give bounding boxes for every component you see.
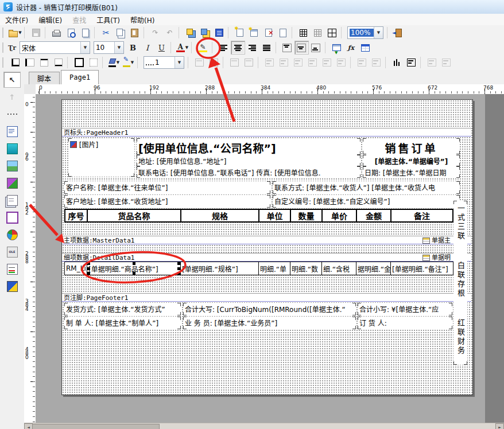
scroll-left-icon[interactable]: ◄ <box>24 423 33 429</box>
scroll-right-icon[interactable]: ► <box>495 423 504 429</box>
dropdown-arrow-icon[interactable]: ▼ <box>117 60 119 65</box>
insert-subband-button[interactable] <box>242 56 256 69</box>
show-grid-button[interactable] <box>296 26 311 40</box>
line-width-dropdown-icon[interactable]: ▼ <box>175 57 184 68</box>
border-top-button[interactable] <box>37 56 51 69</box>
align-justify-button[interactable] <box>259 41 274 54</box>
total-digits-field[interactable]: 合计小写: ¥[单据主体.“应 <box>358 303 452 315</box>
exit-button[interactable] <box>391 26 406 40</box>
border-outline-button[interactable] <box>8 56 22 69</box>
dropdown-arrow-icon[interactable]: ▼ <box>131 60 134 65</box>
dropdown-arrow-icon[interactable]: ▼ <box>185 45 188 50</box>
align-v-centers-button[interactable] <box>320 56 334 69</box>
valign-top-button[interactable] <box>280 41 294 54</box>
ole-tool[interactable]: OLE <box>3 244 21 260</box>
picture-box[interactable]: [图片] <box>68 138 134 177</box>
detail-cell-note[interactable]: [单据明细.“备注”] <box>390 262 453 275</box>
font-size-combo[interactable]: 10 ▼ <box>94 41 124 54</box>
page-header-band-strip[interactable]: 页标头:PageHeader1 <box>62 128 471 136</box>
page-footer-band-strip[interactable]: 页注脚:PageFooter1 <box>62 293 471 302</box>
italic-button[interactable]: I <box>140 41 154 54</box>
same-size-button[interactable] <box>390 56 404 69</box>
order-title-label[interactable]: 销售订单 <box>363 138 460 154</box>
blank-page-button[interactable] <box>276 26 290 40</box>
space-horizontal-button[interactable] <box>355 56 369 69</box>
company-name-field[interactable]: [使用单位信息.“公司名称”] <box>137 138 360 155</box>
master-data-band-strip[interactable]: 主项数据:MasterData1 单据主 <box>62 236 471 244</box>
salesman-field[interactable]: 业 务 员: [单据主体.“业务员”] <box>183 317 356 329</box>
send-to-back-button[interactable] <box>197 26 212 40</box>
border-none-button[interactable] <box>86 56 100 69</box>
valign-middle-button[interactable] <box>294 41 309 54</box>
cut-button[interactable]: ✂ <box>99 26 113 40</box>
customer-name-field[interactable]: 客户名称: [单据主体.“往来单位”] <box>64 181 270 194</box>
picture-tool[interactable] <box>3 158 21 174</box>
print-setup-button[interactable] <box>78 26 92 40</box>
save-button[interactable] <box>29 26 43 40</box>
line-width-combo[interactable]: 1 ▼ <box>144 56 184 69</box>
order-number-field[interactable]: [单据主体.“单据编号”] <box>363 155 460 166</box>
open-button[interactable]: ▼ <box>8 26 22 40</box>
fill-color-button[interactable]: ▼ <box>107 56 121 69</box>
detail-cell-qty[interactable]: 明细.“数 <box>290 262 322 275</box>
shape-tool[interactable] <box>3 175 21 191</box>
new-page-button[interactable] <box>247 26 261 40</box>
print-preview-button[interactable] <box>64 26 78 40</box>
page-columns-button[interactable] <box>325 26 339 40</box>
line-color-button[interactable]: ▼ <box>121 56 135 69</box>
add-subband-button[interactable] <box>207 56 221 69</box>
maker-field[interactable]: 制 单 人: [单据主体.“制单人”] <box>64 317 181 329</box>
menu-find[interactable]: 查找 <box>67 14 91 26</box>
align-top-edges-button[interactable] <box>305 56 320 69</box>
space-vertical-button[interactable] <box>369 56 383 69</box>
add-band-button[interactable] <box>192 56 207 69</box>
font-size-dropdown-icon[interactable]: ▼ <box>114 42 123 53</box>
bring-to-front-button[interactable] <box>183 26 197 40</box>
contact-field[interactable]: 联系方式: [单据主体.“收货人”] [单据主体.“收货人电 <box>273 181 460 194</box>
bold-button[interactable]: B <box>126 41 140 54</box>
insert-datafield-button[interactable] <box>329 41 344 54</box>
report-page[interactable]: 页标头:PageHeader1 主项数据:MasterData1 单据主 细项数… <box>61 99 473 395</box>
font-name-dropdown-icon[interactable]: ▼ <box>80 42 90 53</box>
align-bottom-edges-button[interactable] <box>334 56 348 69</box>
tab-page1[interactable]: Page1 <box>61 70 99 85</box>
customer-address-field[interactable]: 客户地址: [单据主体.“收货地址”] <box>64 195 270 208</box>
horizontal-scrollbar[interactable]: ◄ ► <box>24 423 504 429</box>
menu-help[interactable]: 帮助(H) <box>125 14 160 26</box>
richtext-tool[interactable] <box>3 261 21 277</box>
date-field[interactable]: 日期: [单据主体.“单据日期 <box>363 166 460 178</box>
expression-tool[interactable] <box>3 141 21 157</box>
redo-button[interactable]: ↷ <box>148 26 162 40</box>
header-col-unit[interactable]: 单位 <box>258 209 291 223</box>
font-color-button[interactable]: A▼ <box>175 41 189 54</box>
band-tool[interactable] <box>3 106 21 122</box>
zoom-dropdown-icon[interactable]: ▼ <box>374 27 383 38</box>
underline-button[interactable]: U <box>154 41 169 54</box>
header-col-seq[interactable]: 序号 <box>64 209 88 223</box>
ship-method-field[interactable]: 发货方式: [单据主体.“发货方式” <box>64 303 181 315</box>
fit-size-button[interactable] <box>404 56 418 69</box>
chart-tool[interactable] <box>3 227 21 243</box>
border-bottom-button[interactable] <box>51 56 65 69</box>
total-words-field[interactable]: 合计大写: [CurrToBigNum([RMRound([单据主体.“ <box>183 303 356 315</box>
align-right-edges-button[interactable] <box>291 56 305 69</box>
dropdown-arrow-icon[interactable]: ▼ <box>18 30 21 35</box>
valign-bottom-button[interactable] <box>309 41 323 54</box>
tab-script[interactable]: 脚本 <box>29 72 60 84</box>
align-right-button[interactable] <box>245 41 259 54</box>
orderer-field[interactable]: 订 货 人: <box>358 317 452 329</box>
header-col-amount[interactable]: 金额 <box>356 209 391 223</box>
insert-band-button[interactable] <box>227 56 242 69</box>
custom-number-field[interactable]: 自定义编号: [单据主体.“自定义编号”] <box>273 195 460 208</box>
detail-cell-unit[interactable]: 明细.“单 <box>258 262 290 275</box>
fill-style-button[interactable] <box>212 26 226 40</box>
paste-button[interactable] <box>127 26 142 40</box>
header-col-spec[interactable]: 规格 <box>180 209 259 223</box>
delete-page-button[interactable] <box>261 26 276 40</box>
subreport-tool[interactable] <box>3 209 21 225</box>
hand-tool[interactable]: ↑ <box>3 89 21 105</box>
label-tool[interactable] <box>3 123 21 139</box>
align-left-edges-button[interactable] <box>262 56 277 69</box>
menu-edit[interactable]: 编辑(E) <box>33 14 67 26</box>
header-col-name[interactable]: 货品名称 <box>87 209 181 223</box>
